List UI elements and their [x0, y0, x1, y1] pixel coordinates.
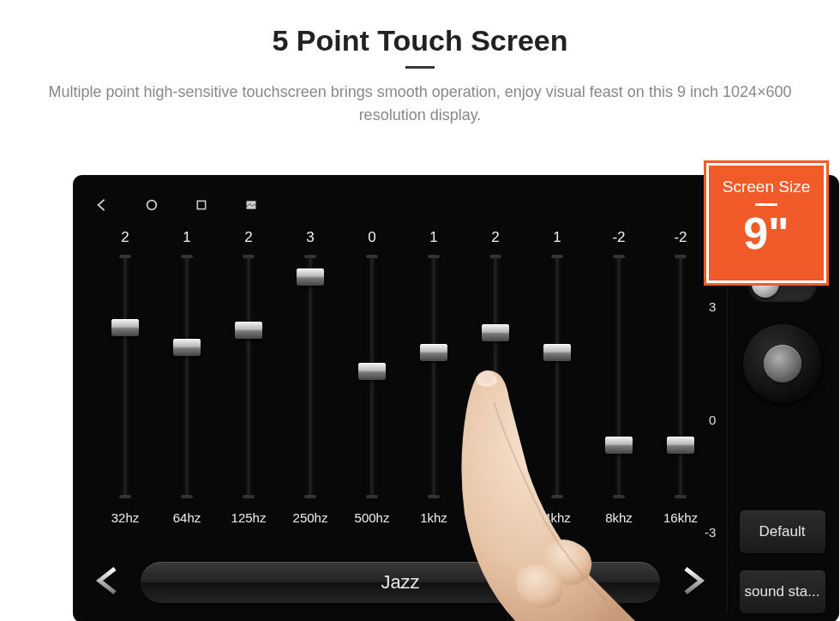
eq-slider-thumb[interactable] [358, 363, 386, 380]
eq-scale: 3 0 -3 [705, 299, 716, 540]
preset-row: Jazz [89, 558, 711, 606]
eq-band: 3250hz [279, 226, 341, 534]
eq-band-value: 2 [244, 226, 252, 250]
eq-slider[interactable] [615, 255, 622, 498]
eq-band-freq: 4khz [543, 510, 571, 534]
eq-band-value: 2 [491, 226, 499, 250]
eq-band-freq: 125hz [231, 510, 267, 534]
badge-underline [755, 203, 777, 206]
eq-band-freq: 64hz [173, 510, 201, 534]
eq-band: 14khz [526, 226, 588, 534]
eq-slider-thumb[interactable] [667, 437, 694, 454]
eq-band-value: 0 [368, 226, 375, 250]
eq-band-value: -2 [674, 226, 687, 250]
screen-size-badge: Screen Size 9" [706, 163, 826, 283]
eq-slider-thumb[interactable] [543, 344, 571, 361]
eq-slider-thumb[interactable] [297, 268, 324, 286]
eq-band: 2125hz [218, 226, 279, 534]
volume-dial[interactable] [742, 323, 823, 404]
recent-apps-icon[interactable] [194, 197, 209, 213]
eq-slider-thumb[interactable] [420, 344, 447, 361]
eq-slider-thumb[interactable] [111, 319, 139, 336]
eq-band: -28khz [588, 226, 650, 534]
eq-slider[interactable] [122, 255, 129, 498]
eq-band-freq: 500hz [355, 510, 390, 534]
eq-band-value: 3 [306, 226, 314, 250]
badge-label: Screen Size [709, 178, 824, 196]
sound-stage-button[interactable]: sound sta... [740, 570, 825, 613]
gallery-icon[interactable] [243, 197, 259, 213]
eq-band-freq: 32hz [111, 510, 140, 534]
eq-slider[interactable] [369, 255, 375, 498]
eq-band-freq: 1khz [420, 510, 447, 534]
dial-knob [764, 345, 801, 383]
eq-slider[interactable] [183, 255, 190, 498]
preset-selector[interactable]: Jazz [141, 562, 660, 603]
eq-band-freq: 250hz [293, 510, 328, 534]
eq-band: -216khz [650, 226, 711, 534]
eq-band-value: -2 [612, 226, 625, 250]
preset-label: Jazz [381, 571, 419, 594]
scale-max: 3 [705, 299, 716, 314]
eq-slider[interactable] [677, 255, 684, 498]
page-subtitle: Multiple point high-sensitive touchscree… [34, 81, 806, 127]
title-underline [405, 66, 435, 69]
eq-band-value: 1 [429, 226, 437, 250]
home-icon[interactable] [144, 197, 159, 213]
eq-band: 22khz [465, 226, 526, 534]
eq-band: 0500hz [341, 226, 403, 534]
svg-point-0 [147, 201, 157, 210]
eq-slider[interactable] [307, 255, 314, 498]
default-button[interactable]: Default [740, 510, 825, 553]
eq-band-value: 1 [553, 226, 561, 250]
eq-band-freq: 2khz [482, 510, 509, 534]
scale-min: -3 [705, 525, 716, 540]
side-panel: Default sound sta... [727, 226, 838, 613]
eq-band: 164hz [156, 226, 218, 534]
eq-band-freq: 8khz [605, 510, 633, 534]
back-icon[interactable] [94, 197, 110, 213]
eq-slider[interactable] [245, 255, 252, 498]
preset-prev-button[interactable] [89, 565, 127, 600]
eq-band-value: 2 [121, 226, 129, 250]
eq-band-freq: 16khz [663, 510, 698, 534]
preset-next-button[interactable] [674, 565, 711, 600]
page-title: 5 Point Touch Screen [34, 24, 806, 57]
eq-slider[interactable] [492, 255, 499, 498]
eq-band-value: 1 [183, 226, 190, 250]
eq-slider-thumb[interactable] [482, 324, 509, 341]
svg-rect-1 [197, 201, 205, 208]
eq-slider[interactable] [554, 255, 561, 498]
badge-value: 9" [709, 211, 824, 256]
eq-slider-thumb[interactable] [235, 322, 262, 339]
eq-slider-thumb[interactable] [605, 437, 633, 454]
eq-slider[interactable] [430, 255, 437, 498]
equalizer-panel: 232hz164hz2125hz3250hz0500hz11khz22khz14… [94, 226, 711, 612]
eq-band: 232hz [94, 226, 156, 534]
scale-mid: 0 [705, 413, 716, 427]
eq-slider-thumb[interactable] [173, 339, 201, 356]
eq-band: 11khz [403, 226, 465, 534]
